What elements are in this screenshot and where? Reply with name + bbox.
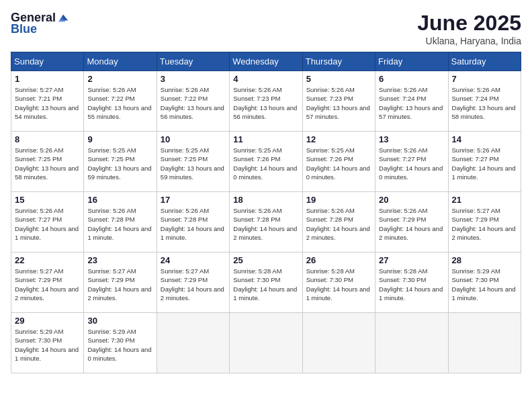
- title-section: June 2025 Uklana, Haryana, India: [417, 11, 521, 46]
- logo: General Blue: [11, 11, 69, 36]
- day-number: 19: [306, 195, 371, 205]
- day-number: 22: [15, 255, 80, 265]
- day-number: 23: [87, 255, 152, 265]
- day-info: Sunrise: 5:26 AMSunset: 7:23 PMDaylight:…: [233, 85, 298, 121]
- day-number: 27: [379, 255, 444, 265]
- day-number: 5: [306, 74, 371, 84]
- week-row-5: 29Sunrise: 5:29 AMSunset: 7:30 PMDayligh…: [11, 313, 521, 373]
- calendar-cell: 15Sunrise: 5:26 AMSunset: 7:27 PMDayligh…: [11, 192, 84, 253]
- day-number: 17: [161, 195, 226, 205]
- day-header-saturday: Saturday: [448, 52, 521, 71]
- day-info: Sunrise: 5:25 AMSunset: 7:26 PMDaylight:…: [306, 146, 371, 181]
- calendar-cell: [230, 313, 302, 373]
- day-number: 30: [87, 316, 152, 326]
- week-row-1: 1Sunrise: 5:27 AMSunset: 7:21 PMDaylight…: [11, 71, 521, 132]
- day-number: 21: [452, 195, 517, 205]
- day-info: Sunrise: 5:26 AMSunset: 7:25 PMDaylight:…: [15, 146, 80, 181]
- day-number: 24: [161, 255, 226, 265]
- calendar-cell: [157, 313, 229, 373]
- day-number: 6: [379, 74, 444, 84]
- calendar-cell: 30Sunrise: 5:29 AMSunset: 7:30 PMDayligh…: [84, 313, 157, 373]
- day-number: 2: [87, 74, 152, 84]
- week-row-2: 8Sunrise: 5:26 AMSunset: 7:25 PMDaylight…: [11, 132, 521, 192]
- logo-icon: [57, 12, 69, 24]
- calendar-cell: [448, 313, 521, 373]
- calendar-cell: 7Sunrise: 5:26 AMSunset: 7:24 PMDaylight…: [448, 71, 521, 132]
- calendar-cell: 24Sunrise: 5:27 AMSunset: 7:29 PMDayligh…: [157, 253, 229, 313]
- calendar-cell: 18Sunrise: 5:26 AMSunset: 7:28 PMDayligh…: [230, 192, 302, 253]
- calendar-cell: 3Sunrise: 5:26 AMSunset: 7:22 PMDaylight…: [157, 71, 229, 132]
- calendar-cell: 27Sunrise: 5:28 AMSunset: 7:30 PMDayligh…: [375, 253, 448, 313]
- calendar-cell: [375, 313, 448, 373]
- day-number: 25: [233, 255, 298, 265]
- day-number: 10: [161, 134, 226, 144]
- calendar-cell: 22Sunrise: 5:27 AMSunset: 7:29 PMDayligh…: [11, 253, 84, 313]
- calendar-header-row: SundayMondayTuesdayWednesdayThursdayFrid…: [11, 52, 521, 71]
- day-info: Sunrise: 5:26 AMSunset: 7:22 PMDaylight:…: [161, 85, 226, 121]
- calendar-cell: 16Sunrise: 5:26 AMSunset: 7:28 PMDayligh…: [84, 192, 157, 253]
- calendar-cell: 21Sunrise: 5:27 AMSunset: 7:29 PMDayligh…: [448, 192, 521, 253]
- day-number: 26: [306, 255, 371, 265]
- day-number: 29: [15, 316, 80, 326]
- day-info: Sunrise: 5:25 AMSunset: 7:25 PMDaylight:…: [161, 146, 226, 181]
- day-info: Sunrise: 5:25 AMSunset: 7:25 PMDaylight:…: [87, 146, 152, 181]
- day-info: Sunrise: 5:27 AMSunset: 7:29 PMDaylight:…: [452, 206, 517, 242]
- day-number: 9: [87, 134, 152, 144]
- calendar-cell: 29Sunrise: 5:29 AMSunset: 7:30 PMDayligh…: [11, 313, 84, 373]
- day-info: Sunrise: 5:26 AMSunset: 7:27 PMDaylight:…: [452, 146, 517, 181]
- day-info: Sunrise: 5:26 AMSunset: 7:23 PMDaylight:…: [306, 85, 371, 121]
- day-info: Sunrise: 5:26 AMSunset: 7:22 PMDaylight:…: [87, 85, 152, 121]
- calendar-cell: 26Sunrise: 5:28 AMSunset: 7:30 PMDayligh…: [302, 253, 375, 313]
- day-info: Sunrise: 5:28 AMSunset: 7:30 PMDaylight:…: [379, 267, 444, 302]
- calendar-cell: 14Sunrise: 5:26 AMSunset: 7:27 PMDayligh…: [448, 132, 521, 192]
- day-header-sunday: Sunday: [11, 52, 84, 71]
- day-info: Sunrise: 5:26 AMSunset: 7:24 PMDaylight:…: [379, 85, 444, 121]
- day-info: Sunrise: 5:27 AMSunset: 7:29 PMDaylight:…: [15, 267, 80, 302]
- day-number: 12: [306, 134, 371, 144]
- location: Uklana, Haryana, India: [417, 36, 521, 46]
- day-info: Sunrise: 5:26 AMSunset: 7:28 PMDaylight:…: [306, 206, 371, 242]
- day-number: 3: [161, 74, 226, 84]
- day-info: Sunrise: 5:27 AMSunset: 7:29 PMDaylight:…: [161, 267, 226, 302]
- day-info: Sunrise: 5:26 AMSunset: 7:24 PMDaylight:…: [452, 85, 517, 121]
- calendar-cell: 28Sunrise: 5:29 AMSunset: 7:30 PMDayligh…: [448, 253, 521, 313]
- week-row-3: 15Sunrise: 5:26 AMSunset: 7:27 PMDayligh…: [11, 192, 521, 253]
- week-row-4: 22Sunrise: 5:27 AMSunset: 7:29 PMDayligh…: [11, 253, 521, 313]
- calendar-cell: [302, 313, 375, 373]
- day-number: 7: [452, 74, 517, 84]
- day-info: Sunrise: 5:28 AMSunset: 7:30 PMDaylight:…: [233, 267, 298, 302]
- month-year: June 2025: [417, 11, 521, 36]
- calendar-cell: 13Sunrise: 5:26 AMSunset: 7:27 PMDayligh…: [375, 132, 448, 192]
- day-info: Sunrise: 5:26 AMSunset: 7:29 PMDaylight:…: [379, 206, 444, 242]
- day-number: 14: [452, 134, 517, 144]
- day-header-monday: Monday: [84, 52, 157, 71]
- calendar-cell: 2Sunrise: 5:26 AMSunset: 7:22 PMDaylight…: [84, 71, 157, 132]
- calendar-cell: 4Sunrise: 5:26 AMSunset: 7:23 PMDaylight…: [230, 71, 302, 132]
- calendar-cell: 20Sunrise: 5:26 AMSunset: 7:29 PMDayligh…: [375, 192, 448, 253]
- day-info: Sunrise: 5:28 AMSunset: 7:30 PMDaylight:…: [306, 267, 371, 302]
- day-info: Sunrise: 5:29 AMSunset: 7:30 PMDaylight:…: [452, 267, 517, 302]
- day-info: Sunrise: 5:29 AMSunset: 7:30 PMDaylight:…: [15, 327, 80, 363]
- calendar-cell: 11Sunrise: 5:25 AMSunset: 7:26 PMDayligh…: [230, 132, 302, 192]
- day-number: 4: [233, 74, 298, 84]
- calendar-table: SundayMondayTuesdayWednesdayThursdayFrid…: [11, 52, 521, 373]
- day-info: Sunrise: 5:27 AMSunset: 7:21 PMDaylight:…: [15, 85, 80, 121]
- calendar-cell: 23Sunrise: 5:27 AMSunset: 7:29 PMDayligh…: [84, 253, 157, 313]
- day-number: 13: [379, 134, 444, 144]
- day-number: 20: [379, 195, 444, 205]
- day-number: 15: [15, 195, 80, 205]
- calendar-cell: 25Sunrise: 5:28 AMSunset: 7:30 PMDayligh…: [230, 253, 302, 313]
- day-info: Sunrise: 5:27 AMSunset: 7:29 PMDaylight:…: [87, 267, 152, 302]
- day-info: Sunrise: 5:26 AMSunset: 7:27 PMDaylight:…: [379, 146, 444, 181]
- logo-blue: Blue: [11, 22, 37, 36]
- day-number: 28: [452, 255, 517, 265]
- day-header-thursday: Thursday: [302, 52, 375, 71]
- calendar-cell: 10Sunrise: 5:25 AMSunset: 7:25 PMDayligh…: [157, 132, 229, 192]
- calendar-cell: 8Sunrise: 5:26 AMSunset: 7:25 PMDaylight…: [11, 132, 84, 192]
- day-info: Sunrise: 5:29 AMSunset: 7:30 PMDaylight:…: [87, 327, 152, 363]
- day-header-friday: Friday: [375, 52, 448, 71]
- calendar-cell: 9Sunrise: 5:25 AMSunset: 7:25 PMDaylight…: [84, 132, 157, 192]
- day-header-wednesday: Wednesday: [230, 52, 302, 71]
- day-info: Sunrise: 5:25 AMSunset: 7:26 PMDaylight:…: [233, 146, 298, 181]
- day-number: 18: [233, 195, 298, 205]
